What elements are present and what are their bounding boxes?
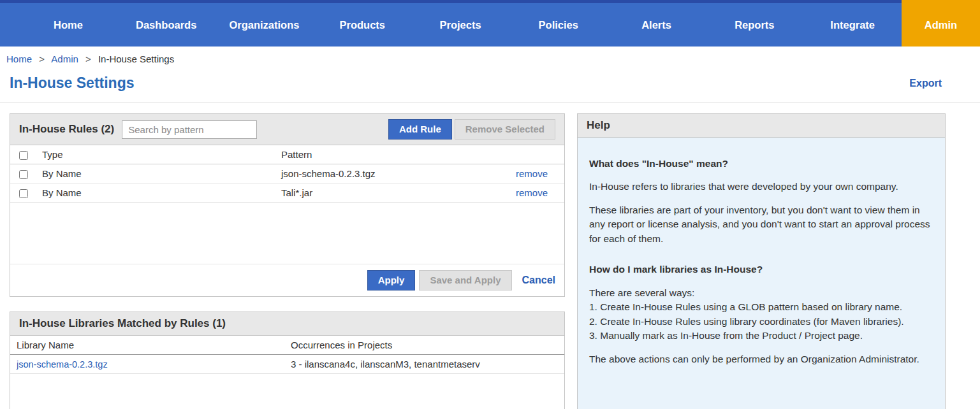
save-and-apply-button[interactable]: Save and Apply [419, 270, 511, 291]
in-house-rules-panel: In-House Rules (2) Add Rule Remove Selec… [10, 113, 565, 297]
libraries-empty-space [10, 374, 564, 409]
right-column: Help What does "In-House" mean? In-House… [577, 113, 946, 409]
rules-panel-title: In-House Rules (2) [19, 123, 114, 136]
library-name-link[interactable]: json-schema-0.2.3.tgz [17, 359, 108, 370]
table-row: By Name Tali*.jar remove [10, 183, 564, 203]
help-panel-title: Help [587, 119, 610, 132]
row-checkbox[interactable] [19, 189, 28, 198]
page-header: In-House Settings Export [0, 68, 980, 103]
page-title: In-House Settings [10, 75, 135, 92]
help-step-line: There are several ways: [589, 286, 933, 300]
help-panel-header: Help [578, 114, 945, 138]
remove-rule-link[interactable]: remove [516, 168, 548, 179]
nav-item-organizations[interactable]: Organizations [216, 3, 314, 47]
apply-button[interactable]: Apply [367, 270, 416, 291]
rule-type: By Name [36, 164, 275, 183]
help-step-line: 2. Create In-House Rules using library c… [589, 315, 933, 329]
breadcrumb: Home > Admin > In-House Settings [0, 47, 980, 68]
breadcrumb-current: In-House Settings [98, 54, 174, 64]
help-step-line: 1. Create In-House Rules using a GLOB pa… [589, 300, 933, 314]
rule-type: By Name [36, 183, 275, 203]
help-paragraph: The above actions can only be performed … [589, 352, 933, 366]
export-link[interactable]: Export [909, 78, 942, 89]
nav-item-reports[interactable]: Reports [705, 3, 803, 47]
libraries-table: Library Name Occurrences in Projects jso… [10, 336, 564, 374]
help-step-line: 3. Manually mark as In-House from the Pr… [589, 329, 933, 343]
rules-panel-header: In-House Rules (2) Add Rule Remove Selec… [10, 114, 564, 145]
help-question-heading: How do I mark libraries as In-House? [589, 262, 933, 276]
nav-item-admin[interactable]: Admin [902, 3, 980, 47]
help-content: What does "In-House" mean? In-House refe… [578, 138, 945, 409]
row-checkbox[interactable] [19, 170, 28, 179]
rules-table-header-row: Type Pattern [10, 145, 564, 164]
nav-item-home[interactable]: Home [19, 3, 117, 47]
pattern-column-header: Pattern [275, 145, 494, 164]
breadcrumb-separator: > [85, 54, 91, 64]
occurrences-column-header: Occurrences in Projects [284, 336, 564, 355]
rule-pattern: json-schema-0.2.3.tgz [275, 164, 494, 183]
library-occurrences: 3 - ilanscana4c, ilanscanM3, tenantmetas… [284, 355, 564, 374]
left-column: In-House Rules (2) Add Rule Remove Selec… [10, 113, 565, 409]
nav-item-products[interactable]: Products [313, 3, 411, 47]
actions-column-header [494, 145, 564, 164]
help-question-heading: What does "In-House" mean? [589, 157, 933, 171]
main-nav: Home Dashboards Organizations Products P… [0, 3, 980, 47]
rules-empty-space [10, 203, 564, 264]
rules-header-buttons: Add Rule Remove Selected [388, 119, 555, 140]
help-steps-list: There are several ways: 1. Create In-Hou… [589, 286, 933, 343]
search-pattern-input[interactable] [122, 120, 257, 139]
type-column-header: Type [36, 145, 275, 164]
library-name-column-header: Library Name [10, 336, 284, 355]
breadcrumb-home-link[interactable]: Home [6, 54, 32, 64]
rules-panel-footer: Apply Save and Apply Cancel [10, 264, 564, 296]
nav-item-projects[interactable]: Projects [411, 3, 509, 47]
table-row: By Name json-schema-0.2.3.tgz remove [10, 164, 564, 183]
nav-item-policies[interactable]: Policies [509, 3, 608, 47]
help-panel: Help What does "In-House" mean? In-House… [577, 113, 946, 409]
libraries-panel-title: In-House Libraries Matched by Rules (1) [19, 317, 226, 330]
cancel-link[interactable]: Cancel [522, 275, 555, 286]
help-paragraph: These libraries are part of your invento… [589, 203, 933, 246]
libraries-table-header-row: Library Name Occurrences in Projects [10, 336, 564, 355]
rule-pattern: Tali*.jar [275, 183, 494, 203]
nav-item-dashboards[interactable]: Dashboards [117, 3, 216, 47]
remove-selected-button[interactable]: Remove Selected [455, 119, 555, 140]
breadcrumb-separator: > [39, 54, 45, 64]
nav-item-alerts[interactable]: Alerts [608, 3, 706, 47]
libraries-panel-header: In-House Libraries Matched by Rules (1) [10, 312, 564, 336]
add-rule-button[interactable]: Add Rule [388, 119, 452, 140]
breadcrumb-admin-link[interactable]: Admin [51, 54, 78, 64]
rules-table: Type Pattern By Name json-schema-0.2.3.t… [10, 145, 564, 203]
table-row: json-schema-0.2.3.tgz 3 - ilanscana4c, i… [10, 355, 564, 374]
remove-rule-link[interactable]: remove [516, 187, 548, 198]
select-all-checkbox[interactable] [19, 151, 28, 160]
main-content: In-House Rules (2) Add Rule Remove Selec… [0, 103, 980, 409]
help-paragraph: In-House refers to libraries that were d… [589, 180, 933, 194]
nav-item-integrate[interactable]: Integrate [803, 3, 902, 47]
matched-libraries-panel: In-House Libraries Matched by Rules (1) … [10, 312, 565, 409]
